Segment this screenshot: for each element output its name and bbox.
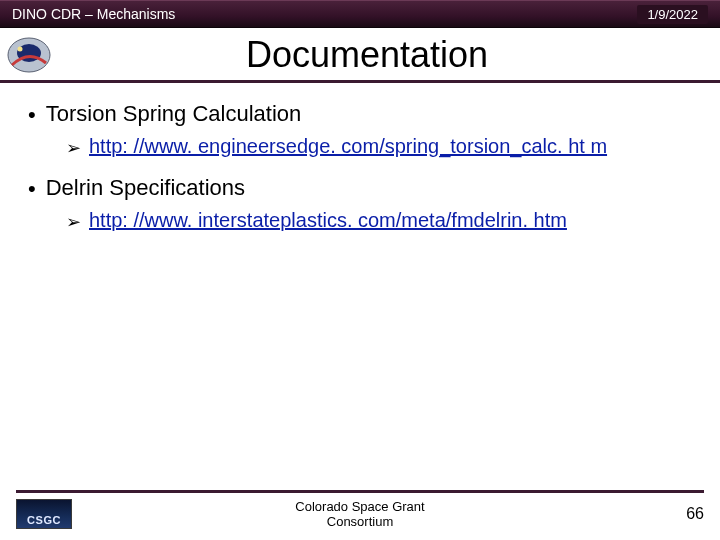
bullet-item: • Torsion Spring Calculation bbox=[28, 101, 692, 129]
footer-row: CSGC Colorado Space Grant Consortium 66 bbox=[16, 499, 704, 530]
footer-org-line2: Consortium bbox=[72, 514, 648, 530]
chevron-right-icon: ➢ bbox=[66, 209, 81, 235]
delrin-link[interactable]: http: //www. interstateplastics. com/met… bbox=[89, 209, 567, 232]
svg-point-2 bbox=[18, 47, 23, 52]
csgc-logo: CSGC bbox=[16, 499, 72, 529]
sub-bullet: ➢ http: //www. engineersedge. com/spring… bbox=[66, 135, 692, 161]
sub-bullet: ➢ http: //www. interstateplastics. com/m… bbox=[66, 209, 692, 235]
page-number: 66 bbox=[648, 505, 704, 523]
header-bar: DINO CDR – Mechanisms 1/9/2022 bbox=[0, 0, 720, 28]
chevron-right-icon: ➢ bbox=[66, 135, 81, 161]
bullet-text: Torsion Spring Calculation bbox=[46, 101, 302, 127]
slide-title: Documentation bbox=[70, 34, 710, 76]
title-row: Documentation bbox=[0, 28, 720, 80]
header-date: 1/9/2022 bbox=[637, 5, 708, 24]
header-title: DINO CDR – Mechanisms bbox=[12, 6, 175, 22]
torsion-spring-link[interactable]: http: //www. engineersedge. com/spring_t… bbox=[89, 135, 607, 158]
footer-org: Colorado Space Grant Consortium bbox=[72, 499, 648, 530]
slide: DINO CDR – Mechanisms 1/9/2022 Documenta… bbox=[0, 0, 720, 540]
bullet-text: Delrin Specifications bbox=[46, 175, 245, 201]
footer-org-line1: Colorado Space Grant bbox=[72, 499, 648, 515]
bullet-icon: • bbox=[28, 101, 36, 129]
bullet-item: • Delrin Specifications bbox=[28, 175, 692, 203]
org-logo bbox=[6, 35, 52, 75]
content-area: • Torsion Spring Calculation ➢ http: //w… bbox=[0, 83, 720, 484]
bullet-icon: • bbox=[28, 175, 36, 203]
footer-divider bbox=[16, 490, 704, 493]
footer: CSGC Colorado Space Grant Consortium 66 bbox=[0, 484, 720, 540]
